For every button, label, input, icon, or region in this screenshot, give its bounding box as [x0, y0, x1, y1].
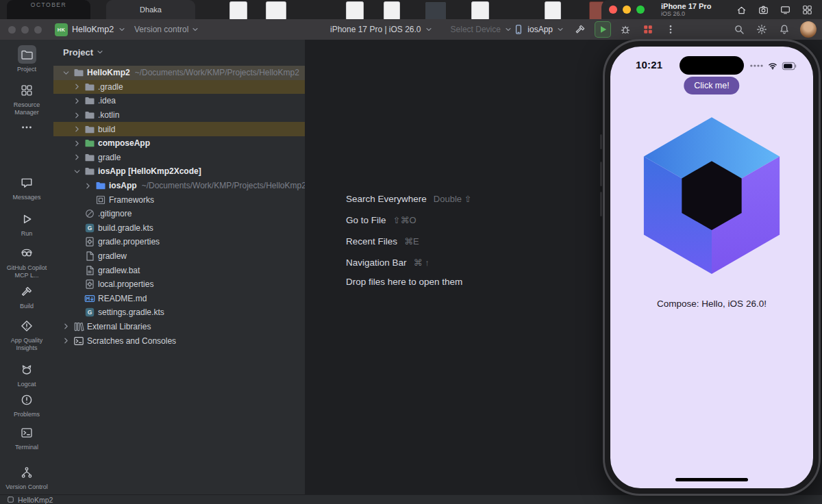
- tool-stripe-item-version-control[interactable]: Version Control: [0, 463, 53, 491]
- volume-up-button[interactable]: [600, 162, 602, 186]
- click-me-button[interactable]: Click me!: [684, 77, 739, 94]
- tree-row-build-gradle-kts[interactable]: Gbuild.gradle.kts: [53, 221, 305, 236]
- notifications-button[interactable]: [776, 21, 793, 38]
- window-thumbnail[interactable]: [471, 1, 489, 19]
- settings-button[interactable]: [754, 21, 770, 38]
- tree-row-frameworks[interactable]: Frameworks: [53, 192, 305, 207]
- profiler-button[interactable]: [640, 21, 656, 38]
- tree-row-iosapp-hellokmp2xcode[interactable]: iosApp [HelloKmp2Xcode]: [53, 164, 305, 179]
- chevron-right-icon[interactable]: [73, 125, 82, 134]
- volume-down-button[interactable]: [600, 192, 602, 216]
- simulator-titlebar[interactable]: iPhone 17 Pro iOS 26.0: [601, 0, 822, 19]
- tool-stripe-item-logcat[interactable]: Logcat: [0, 360, 53, 388]
- display-button[interactable]: [778, 3, 792, 16]
- device-selector-label: iPhone 17 Pro | iOS 26.0: [330, 25, 421, 34]
- screenshot-button[interactable]: [756, 3, 770, 16]
- chevron-right-icon[interactable]: [73, 153, 82, 162]
- chevron-right-icon[interactable]: [73, 139, 82, 148]
- background-window-october[interactable]: OCTOBER: [7, 0, 90, 19]
- device-selector[interactable]: iPhone 17 Pro | iOS 26.0: [330, 25, 433, 34]
- zoom-button[interactable]: [34, 26, 42, 34]
- tool-stripe-item-app-quality-insights[interactable]: App Quality Insights: [0, 316, 53, 352]
- project-panel-header[interactable]: Project: [53, 40, 305, 64]
- home-indicator[interactable]: [675, 478, 748, 481]
- tool-stripe-item-more-tool-windows[interactable]: [0, 118, 53, 136]
- zoom-button[interactable]: [636, 5, 645, 14]
- tool-stripe-item-project[interactable]: Project: [0, 45, 53, 73]
- cellular-signal-icon: [749, 64, 764, 68]
- tree-item-label: iosApp [HelloKmp2Xcode]: [98, 166, 201, 176]
- indent-spacer: [73, 223, 82, 232]
- tree-row-gradle[interactable]: gradle: [53, 151, 305, 165]
- home-icon: [736, 5, 747, 15]
- chevron-right-icon[interactable]: [84, 181, 92, 190]
- chevron-down-icon[interactable]: [62, 68, 71, 77]
- tree-row-scratches-and-consoles[interactable]: Scratches and Consoles: [53, 333, 305, 348]
- window-thumbnail[interactable]: [346, 1, 364, 19]
- logcat-icon: [21, 364, 33, 376]
- window-thumbnail[interactable]: [545, 1, 561, 19]
- more-actions-button[interactable]: [662, 21, 679, 38]
- chevron-right-icon[interactable]: [73, 111, 82, 120]
- background-window-dhaka[interactable]: Dhaka: [106, 0, 195, 19]
- user-avatar[interactable]: [800, 21, 817, 38]
- chevron-right-icon[interactable]: [62, 336, 71, 345]
- dynamic-island: [680, 56, 744, 75]
- window-thumbnail[interactable]: [229, 1, 247, 19]
- tool-stripe-item-messages[interactable]: Messages: [0, 173, 53, 201]
- minimize-button[interactable]: [21, 26, 29, 34]
- close-button[interactable]: [8, 26, 16, 34]
- iphone-screen[interactable]: 10:21 Click me!: [610, 47, 813, 488]
- tree-row-iosapp[interactable]: iosApp~/Documents/Work/KMP/Projects/Hell…: [53, 179, 305, 193]
- tool-stripe-label: GitHub Copilot MCP L...: [1, 264, 52, 279]
- window-thumbnail[interactable]: [384, 1, 400, 19]
- tree-row-gradle[interactable]: .gradle: [53, 80, 305, 94]
- tree-row-hellokmp2[interactable]: HelloKmp2~/Documents/Work/KMP/Projects/H…: [53, 66, 305, 80]
- run-configuration-selector[interactable]: iosApp: [513, 24, 564, 35]
- version-control-menu[interactable]: Version control: [134, 19, 199, 40]
- tree-row-gitignore[interactable]: .gitignore: [53, 207, 305, 221]
- tree-row-settings-gradle-kts[interactable]: Gsettings.gradle.kts: [53, 305, 305, 320]
- chevron-right-icon[interactable]: [73, 97, 82, 105]
- search-everywhere-button[interactable]: [731, 21, 747, 38]
- tool-stripe-item-resource-manager[interactable]: Resource Manager: [0, 81, 53, 116]
- tree-row-gradlew-bat[interactable]: gradlew.bat: [53, 263, 305, 277]
- tree-row-external-libraries[interactable]: External Libraries: [53, 320, 305, 334]
- tool-stripe-item-run[interactable]: Run: [0, 210, 53, 238]
- home-button[interactable]: [734, 3, 748, 16]
- minimize-button[interactable]: [623, 5, 631, 14]
- tree-row-gradlew[interactable]: gradlew: [53, 249, 305, 264]
- tool-stripe-item-terminal[interactable]: Terminal: [0, 423, 53, 451]
- window-thumbnail[interactable]: [425, 1, 447, 19]
- tree-row-build[interactable]: build: [53, 122, 305, 136]
- action-button[interactable]: [600, 134, 602, 149]
- tree-row-composeapp[interactable]: composeApp: [53, 136, 305, 151]
- chevron-down-icon[interactable]: [73, 167, 82, 176]
- tool-stripe-item-build[interactable]: Build: [0, 282, 53, 310]
- gradle-icon: G: [84, 307, 95, 318]
- status-icons: [749, 61, 798, 71]
- window-thumbnail[interactable]: [266, 1, 286, 19]
- drop-hint: Drop files here to open them: [346, 277, 462, 287]
- close-button[interactable]: [609, 5, 617, 14]
- tree-row-local-properties[interactable]: local.properties: [53, 277, 305, 292]
- tool-stripe-item-github-copilot[interactable]: GitHub Copilot MCP L...: [0, 244, 53, 279]
- select-device-dropdown[interactable]: Select Device: [451, 25, 512, 34]
- chevron-right-icon[interactable]: [62, 322, 71, 331]
- tree-row-readme-md[interactable]: README.md: [53, 292, 305, 306]
- debug-button[interactable]: [617, 21, 634, 38]
- frameworks-icon: [95, 194, 106, 205]
- project-selector[interactable]: HK HelloKmp2: [55, 19, 126, 40]
- build-button[interactable]: [572, 21, 588, 38]
- tool-stripe-item-problems[interactable]: Problems: [0, 390, 53, 418]
- chevron-down-icon: [96, 48, 104, 56]
- run-button[interactable]: [595, 21, 611, 38]
- search-icon: [734, 24, 745, 35]
- apps-button[interactable]: [800, 3, 814, 16]
- tree-row-idea[interactable]: .idea: [53, 94, 305, 108]
- resources-icon: [21, 84, 33, 97]
- chevron-right-icon[interactable]: [73, 82, 82, 91]
- tree-row-kotlin[interactable]: .kotlin: [53, 108, 305, 123]
- tree-row-gradle-properties[interactable]: gradle.properties: [53, 235, 305, 249]
- folder-icon: [84, 152, 95, 163]
